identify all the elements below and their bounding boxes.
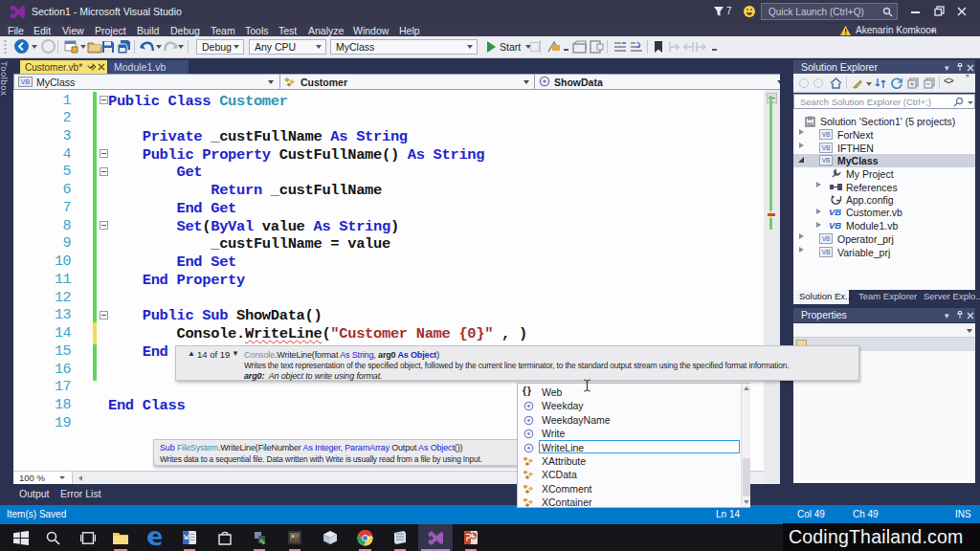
svg-text:sq: sq: [807, 121, 813, 126]
